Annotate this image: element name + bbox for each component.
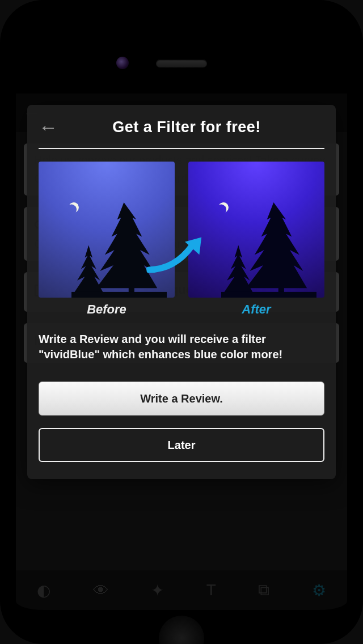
back-arrow-icon[interactable]: ← (39, 117, 58, 137)
preview-before: Before (39, 162, 175, 317)
svg-rect-1 (221, 292, 316, 298)
tree-silhouette (221, 202, 316, 298)
preview-comparison: Before After (39, 162, 324, 317)
write-review-button[interactable]: Write a Review. (39, 382, 324, 416)
preview-before-label: Before (39, 302, 175, 317)
later-button[interactable]: Later (39, 428, 324, 462)
preview-after-label: After (188, 302, 324, 317)
svg-rect-0 (71, 292, 167, 298)
modal-title: Get a Filter for free! (68, 118, 305, 136)
modal-header: ← Get a Filter for free! (39, 117, 324, 149)
modal-description: Write a Review and you will receive a fi… (39, 332, 324, 362)
app-screen: ← Help us improve our products and servi… (16, 94, 347, 610)
free-filter-modal: ← Get a Filter for free! Before (27, 105, 336, 479)
preview-after: After (188, 162, 324, 317)
preview-before-image (39, 162, 175, 298)
preview-after-image (188, 162, 324, 298)
